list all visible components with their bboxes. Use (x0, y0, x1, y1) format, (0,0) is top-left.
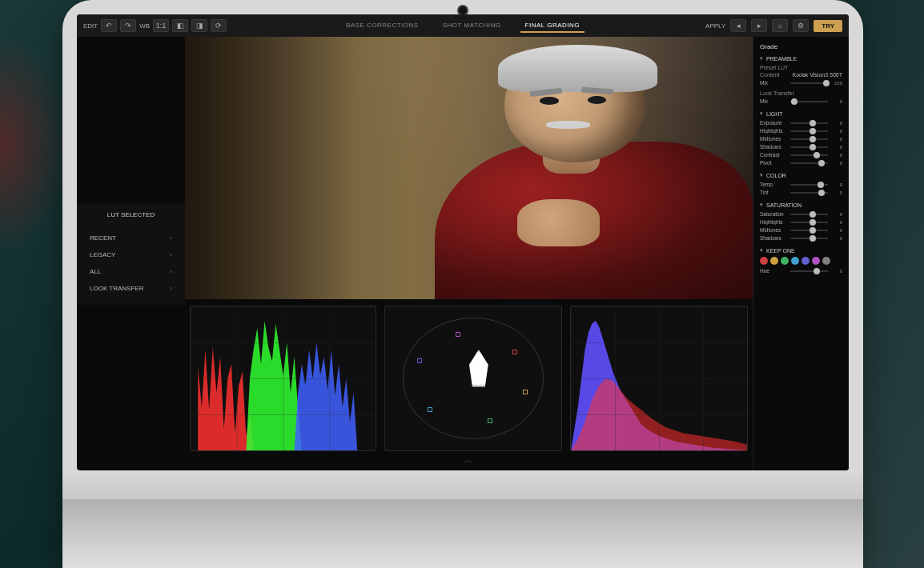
section-keep-one: KEEP ONE Hue 0 (760, 247, 842, 274)
lut-panel-title: LUT SELECTED (83, 211, 179, 218)
slider-lt-mix[interactable]: Mix 0 (760, 98, 842, 104)
compare-button[interactable]: ◨ (191, 19, 207, 32)
keep-one-heading[interactable]: KEEP ONE (760, 247, 842, 254)
redo-button[interactable]: ↷ (120, 19, 136, 32)
ratio-button[interactable]: 1:1 (153, 19, 169, 32)
keep-one-swatch-0[interactable] (760, 257, 768, 265)
slider-preset-mix[interactable]: Mix 100 (760, 80, 842, 86)
preamble-heading[interactable]: PREAMBLE (760, 55, 842, 62)
slider-light-pivot[interactable]: Pivot0 (760, 160, 842, 166)
slider-saturation-shadows[interactable]: Shadows0 (760, 235, 842, 241)
scope-waveform[interactable]: Waveform Rec.709 (Full) (190, 306, 376, 451)
content-value[interactable]: Kodak Vision3 500T (792, 72, 842, 78)
keep-one-swatch-4[interactable] (801, 257, 810, 265)
slider-light-exposure[interactable]: Exposure0 (760, 120, 842, 126)
look-transfer-label: Look Transfer (760, 90, 794, 96)
preset-lut-label: Preset LUT (760, 65, 788, 70)
keep-one-swatch-3[interactable] (791, 257, 799, 265)
slider-keep-one-hue[interactable]: Hue 0 (760, 268, 842, 274)
section-color: COLOR Temp0Tint0 (760, 172, 842, 195)
settings-button[interactable]: ⚙ (793, 19, 809, 32)
section-saturation: SATURATION Saturation0Highlights0Midtone… (760, 202, 842, 241)
apply-label: APPLY (705, 22, 725, 30)
keep-one-swatch-2[interactable] (781, 257, 789, 265)
saturation-heading[interactable]: SATURATION (760, 202, 842, 208)
apply-prev-button[interactable]: ◂ (730, 19, 746, 32)
lut-item-recent[interactable]: RECENT› (83, 230, 179, 246)
top-toolbar: EDIT ↶ ↷ WB 1:1 ◧ ◨ ⟳ BASE CORRECTIONS S… (77, 14, 849, 37)
lut-item-legacy[interactable]: LEGACY› (83, 246, 179, 263)
color-heading[interactable]: COLOR (760, 172, 842, 178)
section-light: LIGHT Exposure0Highlights0Midtones0Shado… (760, 110, 842, 166)
lut-panel: LUT SELECTED RECENT› LEGACY› ALL› LOOK T… (77, 203, 185, 305)
tray-handle-icon[interactable]: ︿ (464, 454, 474, 467)
content-label: Content (760, 72, 780, 78)
edit-label: EDIT (83, 22, 98, 30)
lut-item-all[interactable]: ALL› (83, 263, 179, 280)
slider-color-temp[interactable]: Temp0 (760, 182, 842, 187)
reset-view-button[interactable]: ⟳ (211, 19, 227, 32)
lut-item-look-transfer[interactable]: LOOK TRANSFER› (83, 280, 179, 297)
scope-histogram[interactable]: Histogram (570, 306, 748, 451)
undo-button[interactable]: ↶ (101, 19, 117, 32)
apply-next-button[interactable]: ▸ (751, 19, 767, 32)
search-button[interactable]: ⌕ (772, 19, 788, 32)
slider-saturation-midtones[interactable]: Midtones0 (760, 227, 842, 233)
split-view-button[interactable]: ◧ (172, 19, 188, 32)
slider-light-shadows[interactable]: Shadows0 (760, 144, 842, 150)
tab-base-corrections[interactable]: BASE CORRECTIONS (341, 19, 424, 33)
slider-saturation-saturation[interactable]: Saturation0 (760, 211, 842, 217)
image-viewer[interactable] (185, 37, 753, 299)
slider-color-tint[interactable]: Tint0 (760, 190, 842, 195)
grade-panel-title: Grade (760, 43, 842, 50)
keep-one-swatch-5[interactable] (812, 257, 820, 265)
try-button[interactable]: TRY (814, 20, 842, 32)
tab-final-grading[interactable]: FINAL GRADING (520, 19, 585, 33)
tab-shot-matching[interactable]: SHOT MATCHING (438, 19, 506, 33)
scope-vectorscope[interactable]: Vectorscope (384, 306, 562, 451)
section-preamble: PREAMBLE Preset LUT Content Kodak Vision… (760, 55, 842, 104)
wb-label: WB (139, 22, 150, 30)
scopes-row: Waveform Rec.709 (Full) V (185, 299, 753, 451)
grade-panel: Grade PREAMBLE Preset LUT Content Kodak … (753, 37, 849, 470)
light-heading[interactable]: LIGHT (760, 110, 842, 117)
slider-saturation-highlights[interactable]: Highlights0 (760, 219, 842, 225)
webcam-dot (459, 6, 467, 14)
slider-light-midtones[interactable]: Midtones0 (760, 136, 842, 142)
slider-light-highlights[interactable]: Highlights0 (760, 128, 842, 134)
slider-light-contrast[interactable]: Contrast0 (760, 152, 842, 158)
keep-one-swatch-1[interactable] (770, 257, 778, 265)
keep-one-swatch-6[interactable] (822, 257, 830, 265)
